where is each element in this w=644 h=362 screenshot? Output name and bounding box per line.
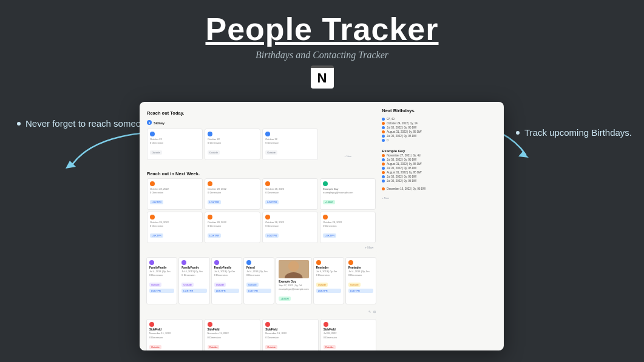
week-card-2: October 28, 2022 0 Dimension LGKTPR (205, 178, 260, 210)
card-avatar-3 (265, 132, 270, 136)
week-card-1: October 28, 2022 0 Dimension LGKTPR (147, 178, 203, 210)
add-birthday-button[interactable]: + New (382, 196, 499, 199)
filter-icon[interactable]: ⊞ (373, 310, 376, 313)
card-r2-tag1: LGKTPR (150, 233, 163, 238)
card-tag-w1: LGKTPR (150, 200, 163, 204)
photo-card-reminder2: Reminder Jul 4, 2013 | 0y, 0m 0 Dimensio… (345, 257, 376, 304)
bday-dot-eg6 (382, 175, 385, 178)
bot-dim2: 0 Dimension (208, 336, 258, 339)
ph-date-friend: Jul 4, 2013 | 0y, 0m (246, 270, 271, 273)
bday-text-eg2: Jul 30, 2022 | 0y, 95 DW (387, 158, 416, 161)
ph-date-eg: Sep 27, 2022 | 0y, 0d (279, 284, 308, 287)
bday-dot-eg1 (382, 154, 385, 157)
bday-eg-6: Jul 30, 2022 | 0y, 95 DW (382, 175, 499, 178)
bot-name2: SideField (208, 328, 258, 331)
add-week[interactable]: + New (147, 246, 376, 249)
add-today-text: + New (345, 155, 351, 158)
ph-name-rem2: Reminder (348, 266, 373, 269)
reach-week-section: Reach out in Next Week. October 28, 2022… (144, 169, 378, 252)
photo-section: FamilyFamily Jul 4, 2013 | 0y, 0m 0 Dime… (144, 255, 378, 306)
ph-av3 (214, 260, 219, 265)
week-card-r2-2: October 28, 2022 0 Dimension LGKTPR (205, 212, 260, 243)
card-r2-date1: October 28, 2022 (150, 221, 200, 224)
photo-card-friend: Friend Jul 4, 2013 | 0y, 0m 0 Dimension … (243, 257, 274, 304)
bullet-dot-left (17, 122, 21, 126)
ph-name-rem1: Reminder (316, 266, 341, 269)
ph-tag3: Outside (214, 283, 226, 287)
card-r2-dim3: 0 Dimension (265, 224, 315, 227)
ph-tag1b: LGKTPR (149, 289, 174, 293)
card-r2-av3 (265, 215, 270, 220)
bday-dot-5 (382, 139, 385, 142)
add-today[interactable]: + New (320, 129, 376, 160)
card-r2-tag2: LGKTPR (208, 233, 221, 238)
bot-name3: SideField (265, 328, 316, 331)
photo-card-2: FamilyFamily Jul 4, 2013 | 0y, 0m 0 Dime… (178, 257, 209, 304)
reach-today-section: Reach out Today. ● Sidney October 22 0 D… (144, 108, 378, 165)
bot-tag2: Outside (208, 345, 220, 349)
ph-dim1: 0 Dimension (149, 273, 174, 277)
edit-icon[interactable]: ✎ (368, 310, 371, 313)
birthday-list-top: 97, 43 October 24, 2022 | 1y, 14 Jul 30,… (382, 118, 499, 142)
ph-tag-rem2b: LGKTPR (348, 289, 373, 293)
notion-icon: N (311, 65, 334, 89)
card-tag-w3: LGKTPR (265, 200, 279, 204)
bottom-card-3: SideField November 11, 2022 0 Dimension … (262, 319, 319, 350)
ph-av2 (181, 260, 186, 265)
ph-av-rem2 (348, 260, 353, 265)
bot-dim4: 0 Dimension (324, 336, 374, 339)
card-r2-dim2: 0 Dimension (208, 224, 257, 227)
card-tag-3: Outside (265, 150, 277, 155)
bday-eg-5: August 31, 2022 | 0y, 95 DW (382, 171, 499, 174)
left-panel: Reach out Today. ● Sidney October 22 0 D… (144, 108, 378, 344)
card-r2-date4: October 28, 2022 (323, 221, 373, 224)
ph-av1 (149, 260, 154, 265)
photo-card-reminder1: Reminder Jul 4, 2013 | 0y, 0m 0 Dimensio… (313, 257, 344, 304)
card-date-w1: October 28, 2022 (150, 187, 200, 190)
ph-av-friend (246, 260, 251, 265)
bday-dot-eg3 (382, 163, 385, 166)
ph-tag-friendb: LGKTPR (246, 289, 271, 293)
ph-date-rem1: Jul 4, 2013 | 0y, 0m (316, 270, 341, 273)
bday-text-2: Jul 30, 2022 | 0y, 95 DW (387, 126, 416, 129)
bday-dot-eg4 (382, 167, 385, 170)
ph-date2: Jul 4, 2013 | 0y, 0m (181, 270, 206, 273)
bday-item-1: October 24, 2022 | 1y, 14 (382, 122, 499, 125)
bot-dim1: 0 Dimension (149, 336, 200, 339)
week-card-r2-4: October 28, 2022 0 Dimension LGKTPR (320, 212, 376, 243)
bday-eg-1: November 27, 2021 | 0y, 4d (382, 154, 499, 157)
example-guy-name: Example Guy (323, 187, 373, 190)
ph-dim2: 0 Dimension (181, 273, 206, 277)
bot-av2 (208, 322, 212, 327)
bot-date4: Jul 28, 2022 (324, 332, 374, 335)
bday-item-3: August 31, 2022 | 0y, 95 DW (382, 130, 499, 133)
bday-dot-eg7 (382, 179, 385, 183)
ph-tag2b: LGKTPR (181, 289, 206, 293)
bot-av3 (265, 322, 270, 327)
ph-date-rem2: Jul 4, 2013 | 0y, 0m (348, 270, 373, 273)
bday-item-4: Jul 30, 2022 | 0y, 95 DW (382, 135, 499, 138)
bday-dot-0 (382, 118, 385, 121)
photo-card-example-guy: Example Guy Sep 27, 2022 | 0y, 0d exampl… (276, 257, 311, 304)
bot-tag3: Outside (265, 345, 277, 349)
card-r2-av4 (323, 215, 328, 220)
ph-name-friend: Friend (246, 266, 271, 269)
card-avatar-w3 (265, 181, 270, 186)
card-date-w2: October 28, 2022 (208, 187, 257, 190)
bday-text-bottom: December 10, 2022 | 0y, 95 DW (387, 187, 425, 190)
bday-dot-1 (382, 122, 385, 125)
bday-dot-4 (382, 135, 385, 138)
card-r2-av2 (208, 215, 212, 220)
bday-eg-4: Jul 30, 2022 | 0y, 95 DW (382, 167, 499, 170)
bottom-birthday: December 10, 2022 | 0y, 95 DW (382, 187, 499, 190)
bday-text-eg1: November 27, 2021 | 0y, 4d (387, 154, 420, 157)
ph-tag2: Outside (181, 283, 194, 287)
card-avatar-example (323, 181, 328, 186)
card-tag-w2: LGKTPR (208, 200, 221, 204)
bot-name1: SideField (149, 328, 200, 331)
example-photo (279, 260, 308, 278)
week-card-example: Example Guy exampleguy@example.com +1000… (320, 178, 376, 210)
photo-card-3: FamilyFamily Jul 4, 2013 | 0y, 0m 0 Dime… (211, 257, 242, 304)
ph-dim3: 0 Dimension (214, 273, 239, 277)
bday-text-eg7: Jul 30, 2022 | 0y, 95 DW (387, 179, 416, 183)
